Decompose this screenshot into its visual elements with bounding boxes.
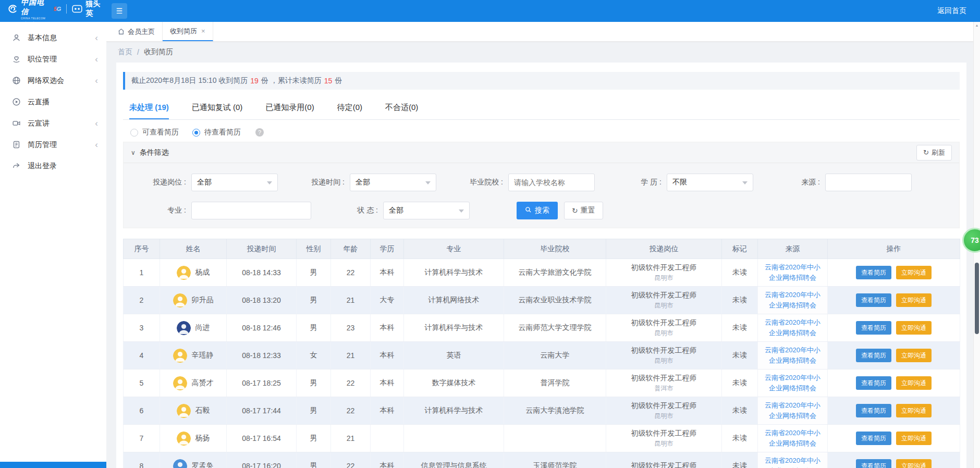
filter-select[interactable]: 全部 bbox=[383, 202, 470, 219]
status-tab[interactable]: 不合适(0) bbox=[385, 97, 418, 119]
cell-major: 计算机科学与技术 bbox=[404, 397, 504, 425]
tab-received-resumes[interactable]: 收到简历 × bbox=[163, 22, 213, 41]
column-header: 投递时间 bbox=[227, 239, 297, 259]
cell-mark: 未读 bbox=[722, 452, 758, 468]
cell-school: 云南大学滇池学院 bbox=[504, 397, 606, 425]
sidebar-item[interactable]: 简历管理‹ bbox=[0, 134, 106, 155]
breadcrumb-home[interactable]: 首页 bbox=[118, 47, 132, 57]
filter-field-label: 学 历 : bbox=[620, 178, 662, 187]
view-resume-button[interactable]: 查看简历 bbox=[856, 321, 891, 335]
source-link[interactable]: 云南省2020年中小企业网络招聘会 bbox=[758, 262, 827, 283]
cell-source: 云南省2020年中小企业网络招聘会 bbox=[758, 287, 828, 314]
view-resume-button[interactable]: 查看简历 bbox=[856, 349, 891, 362]
resume-count-notice: 截止2020年8月18日 15:10 收到简历 19 份 ，累计未读简历 15 … bbox=[123, 72, 960, 90]
cell-mark: 未读 bbox=[722, 287, 758, 314]
chevron-left-icon: ‹ bbox=[95, 119, 98, 128]
status-tab[interactable]: 待定(0) bbox=[337, 97, 362, 119]
search-button[interactable]: 搜索 bbox=[517, 202, 558, 219]
radio-pending-resumes[interactable]: 待查看简历 bbox=[192, 128, 241, 137]
filter-input[interactable] bbox=[508, 174, 595, 191]
chat-now-button[interactable]: 立即沟通 bbox=[896, 404, 932, 417]
sidebar-item-label: 退出登录 bbox=[28, 162, 57, 171]
filter-select[interactable]: 全部 bbox=[350, 174, 436, 191]
reset-button[interactable]: ↻重置 bbox=[564, 202, 603, 219]
top-header: 中国电信 CHINA TELECOM 5G 猫头英 www.cnxincai.c… bbox=[0, 0, 980, 22]
position-title: 初级软件开发工程师 bbox=[606, 429, 721, 438]
candidate-name: 石毅 bbox=[195, 406, 210, 415]
chat-now-button[interactable]: 立即沟通 bbox=[896, 432, 932, 445]
cell-index: 2 bbox=[124, 287, 160, 314]
scrollbar-thumb[interactable] bbox=[975, 263, 979, 334]
sidebar-item[interactable]: 云宣讲‹ bbox=[0, 113, 106, 134]
cell-time: 08-17 16:54 bbox=[227, 425, 297, 452]
filter-select-value: 全部 bbox=[197, 178, 212, 187]
chat-now-button[interactable]: 立即沟通 bbox=[896, 293, 932, 307]
sidebar-item[interactable]: 职位管理‹ bbox=[0, 48, 106, 70]
filter-input[interactable] bbox=[191, 202, 311, 219]
view-resume-button[interactable]: 查看简历 bbox=[856, 376, 891, 390]
cell-source: 云南省2020年中小企业网络招聘会 bbox=[758, 452, 828, 468]
view-resume-button[interactable]: 查看简历 bbox=[856, 432, 891, 445]
candidate-name: 高赟才 bbox=[192, 378, 214, 388]
sidebar-item[interactable]: 基本信息‹ bbox=[0, 27, 106, 48]
cell-major: 计算机科学与技术 bbox=[404, 259, 504, 287]
view-resume-button[interactable]: 查看简历 bbox=[856, 266, 891, 279]
chat-now-button[interactable]: 立即沟通 bbox=[896, 376, 932, 390]
view-resume-button[interactable]: 查看简历 bbox=[856, 293, 891, 307]
source-link[interactable]: 云南省2020年中小企业网络招聘会 bbox=[758, 428, 827, 449]
source-link[interactable]: 云南省2020年中小企业网络招聘会 bbox=[758, 373, 827, 393]
close-tab-icon[interactable]: × bbox=[201, 27, 205, 35]
filter-field-label: 状 态 : bbox=[336, 206, 378, 215]
source-link[interactable]: 云南省2020年中小企业网络招聘会 bbox=[758, 290, 827, 311]
filter-row-2: 专业 :状 态 :全部搜索↻重置 bbox=[124, 202, 959, 219]
scrollbar-up-arrow-icon[interactable]: ▲ bbox=[974, 22, 980, 29]
hamburger-menu-icon[interactable]: ☰ bbox=[112, 3, 127, 19]
tab-member-home[interactable]: 会员主页 bbox=[111, 22, 163, 41]
filter-input[interactable] bbox=[825, 174, 912, 191]
back-home-link[interactable]: 返回首页 bbox=[937, 6, 966, 16]
radio-viewable-resumes[interactable]: 可查看简历 bbox=[130, 128, 179, 137]
status-tab[interactable]: 已通知复试 (0) bbox=[192, 97, 243, 119]
avatar bbox=[173, 293, 187, 307]
view-resume-button[interactable]: 查看简历 bbox=[856, 404, 891, 417]
filter-select[interactable]: 不限 bbox=[667, 174, 753, 191]
sidebar-item[interactable]: 退出登录 bbox=[0, 155, 106, 177]
cell-position: 初级软件开发工程师昆明市 bbox=[606, 287, 722, 314]
source-link[interactable]: 云南省2020年中小企业网络招聘会 bbox=[758, 400, 827, 421]
filter-field-label: 专业 : bbox=[144, 206, 186, 215]
status-tab[interactable]: 已通知录用(0) bbox=[265, 97, 314, 119]
column-header: 来源 bbox=[758, 239, 828, 259]
chevron-left-icon: ‹ bbox=[95, 140, 98, 149]
sidebar-item[interactable]: 网络双选会‹ bbox=[0, 70, 106, 91]
cell-actions: 查看简历立即沟通 bbox=[828, 342, 960, 370]
source-link[interactable]: 云南省2020年中小企业网络招聘会 bbox=[758, 317, 827, 338]
radio-checked-icon[interactable] bbox=[192, 129, 200, 137]
table-row: 7杨扬08-17 16:54男21初级软件开发工程师昆明市未读云南省2020年中… bbox=[124, 425, 960, 452]
chat-now-button[interactable]: 立即沟通 bbox=[896, 266, 932, 279]
table-row: 8罗孟奂08-17 16:20男22本科信息管理与信息系统玉溪师范学院初级软件开… bbox=[124, 452, 960, 468]
sidebar-item[interactable]: 云直播 bbox=[0, 91, 106, 113]
chat-now-button[interactable]: 立即沟通 bbox=[896, 321, 932, 335]
status-tab[interactable]: 未处理 (19) bbox=[129, 97, 169, 119]
help-icon[interactable]: ? bbox=[255, 128, 264, 137]
cell-name: 石毅 bbox=[160, 397, 227, 425]
column-header: 毕业院校 bbox=[504, 239, 606, 259]
chat-now-button[interactable]: 立即沟通 bbox=[896, 459, 932, 468]
radio-unchecked-icon[interactable] bbox=[130, 129, 138, 137]
cell-gender: 男 bbox=[297, 452, 331, 468]
cell-index: 7 bbox=[124, 425, 160, 452]
candidate-name: 尚进 bbox=[195, 323, 210, 332]
cell-position: 初级软件开发工程师昆明市 bbox=[606, 259, 722, 287]
chat-now-button[interactable]: 立即沟通 bbox=[896, 349, 932, 362]
refresh-button[interactable]: ↻ 刷新 bbox=[916, 145, 952, 161]
position-title: 初级软件开发工程师 bbox=[606, 291, 721, 300]
view-resume-button[interactable]: 查看简历 bbox=[856, 459, 891, 468]
user-icon bbox=[11, 33, 21, 43]
source-link[interactable]: 云南省2020年中小企业网络招聘会 bbox=[758, 455, 827, 468]
source-link[interactable]: 云南省2020年中小企业网络招聘会 bbox=[758, 345, 827, 366]
collapse-chevron-icon[interactable]: ∨ bbox=[131, 149, 136, 156]
cell-position: 初级软件开发工程师昆明市 bbox=[606, 342, 722, 370]
cell-actions: 查看简历立即沟通 bbox=[828, 397, 960, 425]
filter-select[interactable]: 全部 bbox=[191, 174, 278, 191]
live-play-icon bbox=[11, 97, 21, 107]
